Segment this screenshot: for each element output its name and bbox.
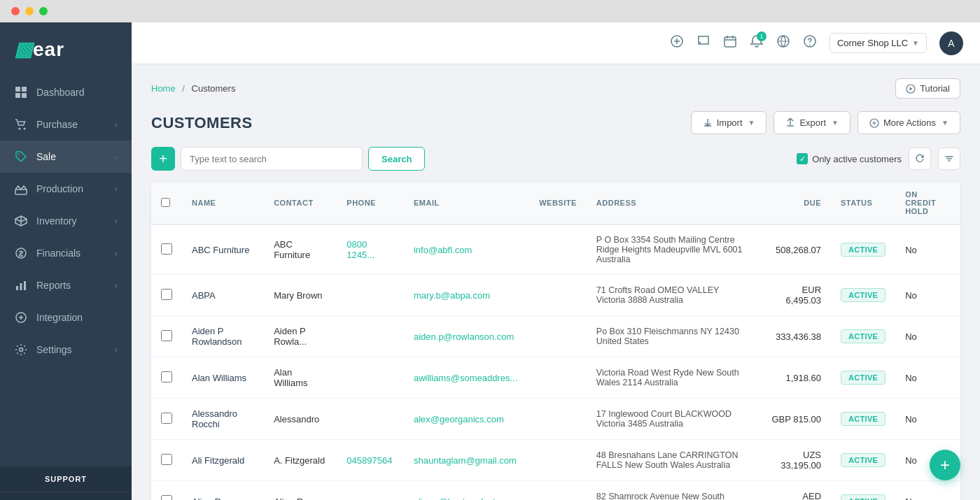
cell-name[interactable]: ABPA [182,275,264,316]
chat-icon[interactable] [696,34,710,52]
row-checkbox[interactable] [161,454,172,465]
company-selector[interactable]: Corner Shop LLC ▼ [830,33,927,53]
row-checkbox[interactable] [161,330,172,341]
table-row: ABPA Mary Brown mary.b@abpa.com 71 Croft… [151,275,960,316]
cell-email[interactable]: info@abfl.com [404,224,529,275]
row-checkbox[interactable] [161,495,172,501]
cell-due: 333,436.38 [760,316,831,357]
svg-rect-2 [15,93,20,98]
notification-icon[interactable]: 1 [750,34,764,52]
tutorial-button[interactable]: Tutorial [895,78,960,99]
cell-name[interactable]: Alina Rose [182,481,264,501]
add-circle-icon[interactable] [670,34,684,52]
sidebar-nav: Dashboard Purchase › [0,76,132,466]
col-address: ADDRESS [587,182,760,224]
col-due: DUE [760,182,831,224]
row-checkbox[interactable] [161,289,172,300]
sidebar-item-dashboard[interactable]: Dashboard [0,76,132,108]
grid-icon [14,85,28,99]
import-icon [703,118,713,128]
active-only-filter[interactable]: ✓ Only active customers [797,153,902,164]
col-email: EMAIL [404,182,529,224]
user-avatar[interactable]: A [939,31,963,55]
cell-name[interactable]: Ali Fitzgerald [182,440,264,481]
sidebar-item-sale[interactable]: Sale › [0,141,132,173]
sidebar-item-inventory[interactable]: Inventory › [0,205,132,237]
sidebar-item-purchase[interactable]: Purchase › [0,108,132,141]
maximize-button[interactable] [39,7,48,15]
cell-name[interactable]: Alessandro Rocchi [182,399,264,440]
cell-due: EUR 6,495.03 [760,275,831,316]
svg-rect-3 [22,93,27,98]
sidebar-item-settings[interactable]: Settings › [0,334,132,366]
more-actions-icon [869,118,879,128]
gear-icon [14,343,28,357]
active-only-checkbox[interactable]: ✓ [797,153,808,164]
col-name: NAME [182,182,264,224]
cell-contact: Alessandro [264,399,337,440]
import-button[interactable]: Import ▼ [691,111,767,134]
search-input[interactable] [181,147,363,171]
cell-email[interactable]: mary.b@abpa.com [404,275,529,316]
cell-email[interactable]: alina.r@bestproducts.com [404,481,529,501]
minimize-button[interactable] [25,7,34,15]
cell-credit-hold: No [895,399,960,440]
cell-contact: Aiden P Rowla... [264,316,337,357]
row-checkbox[interactable] [161,413,172,424]
row-checkbox[interactable] [161,243,172,255]
chevron-down-icon: ▼ [832,119,839,127]
cell-name[interactable]: ABC Furniture [182,224,264,275]
box-icon [14,214,28,228]
cell-email[interactable]: alex@georganics.com [404,399,529,440]
settings-filter-button[interactable] [938,148,960,170]
fab-add-button[interactable]: + [930,450,960,480]
chevron-right-icon: › [115,185,118,193]
cell-phone [337,399,404,440]
cell-phone [337,275,404,316]
breadcrumb-current: Customers [192,83,236,94]
add-customer-button[interactable]: + [151,147,175,171]
refresh-icon [915,154,925,164]
close-button[interactable] [11,7,20,15]
globe-icon[interactable] [776,34,790,52]
cell-status: ACTIVE [831,224,895,275]
export-button[interactable]: Export ▼ [774,111,850,134]
cell-website [529,357,587,399]
svg-point-5 [24,128,26,130]
cell-address: Po Box 310 Fleischmanns NY 12430 United … [587,316,760,357]
row-checkbox[interactable] [161,371,172,383]
table-row: ABC Furniture ABC Furniture 0800 1245...… [151,224,960,275]
cell-credit-hold: No [895,357,960,399]
sidebar-item-financials[interactable]: Financials › [0,237,132,269]
cell-email[interactable]: aiden.p@rowlanson.com [404,316,529,357]
sidebar-item-label: Sale [36,151,56,162]
select-all-checkbox[interactable] [161,198,170,207]
window-chrome [0,0,980,22]
main-content: Home / Customers Tutorial CUSTOMERS [132,64,980,500]
cell-email[interactable]: awilliams@someaddres... [404,357,529,399]
more-actions-button[interactable]: More Actions ▼ [858,111,960,134]
import-label: Import [717,117,743,128]
sidebar-item-reports[interactable]: Reports › [0,269,132,301]
cell-status: ACTIVE [831,316,895,357]
filter-icon [944,154,954,164]
svg-rect-11 [24,281,26,290]
table-row: Alessandro Rocchi Alessandro alex@georga… [151,399,960,440]
breadcrumb-home[interactable]: Home [151,83,176,94]
cell-website [529,481,587,501]
refresh-button[interactable] [909,148,931,170]
cell-name[interactable]: Alan Williams [182,357,264,399]
cell-email[interactable]: shauntaglam@gmail.com [404,440,529,481]
header-actions: Import ▼ Export ▼ [691,111,960,134]
sidebar-item-production[interactable]: Production › [0,173,132,205]
sidebar-item-integration[interactable]: Integration [0,301,132,334]
help-icon[interactable] [803,34,817,52]
cell-name[interactable]: Aiden P Rowlandson [182,316,264,357]
dollar-icon [14,246,28,260]
support-label[interactable]: SUPPORT [14,475,118,483]
support-section: SUPPORT [0,466,132,492]
svg-point-4 [19,128,21,130]
collapse-menu-button[interactable]: ‹ Collapse Menu [0,492,132,500]
calendar-icon[interactable] [723,34,737,52]
search-button[interactable]: Search [368,147,425,171]
